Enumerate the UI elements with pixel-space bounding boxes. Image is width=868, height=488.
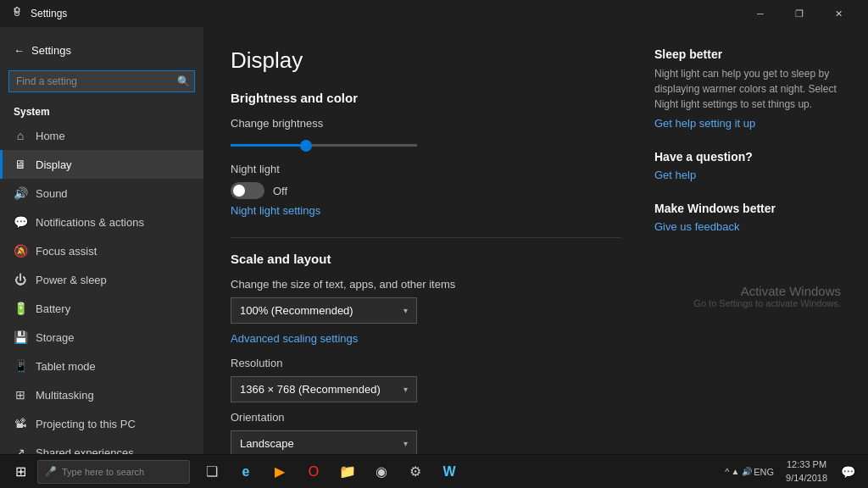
taskbar-search-label: Type here to search bbox=[62, 467, 144, 477]
sidebar-item-sound-label: Sound bbox=[36, 187, 68, 200]
sidebar-item-sound[interactable]: 🔊 Sound bbox=[0, 179, 203, 208]
sleep-title: Sleep better bbox=[654, 47, 841, 61]
vlc-icon: ▶ bbox=[275, 463, 285, 480]
settings-app-icon bbox=[10, 7, 24, 20]
sidebar-item-power-label: Power & sleep bbox=[36, 274, 107, 286]
sidebar-item-focus-label: Focus assist bbox=[36, 245, 97, 258]
app-title: Settings bbox=[31, 8, 741, 19]
sound-icon: 🔊 bbox=[14, 186, 27, 200]
search-box: 🔍 bbox=[8, 70, 195, 92]
feedback-info-block: Make Windows better Give us feedback bbox=[654, 202, 841, 233]
sidebar-item-multitasking[interactable]: ⊞ Multitasking bbox=[0, 380, 203, 409]
minimize-button[interactable]: ─ bbox=[741, 0, 780, 27]
sidebar-item-storage[interactable]: 💾 Storage bbox=[0, 323, 203, 352]
sidebar-item-display-label: Display bbox=[36, 158, 72, 171]
sleep-info-block: Sleep better Night light can help you ge… bbox=[654, 47, 841, 130]
home-icon: ⌂ bbox=[14, 129, 27, 142]
activate-windows-watermark: Activate Windows Go to Settings to activ… bbox=[654, 284, 841, 308]
chrome-button[interactable]: ◉ bbox=[366, 455, 397, 489]
give-feedback-link[interactable]: Give us feedback bbox=[654, 220, 739, 233]
battery-icon: 🔋 bbox=[14, 302, 27, 315]
files-icon: 📁 bbox=[339, 463, 356, 480]
sidebar-item-focus[interactable]: 🔕 Focus assist bbox=[0, 236, 203, 265]
sidebar-item-projecting[interactable]: 📽 Projecting to this PC bbox=[0, 409, 203, 438]
start-button[interactable]: ⊞ bbox=[3, 455, 37, 489]
brightness-slider[interactable] bbox=[231, 144, 417, 147]
task-view-button[interactable]: ❑ bbox=[197, 455, 227, 489]
sidebar-item-power[interactable]: ⏻ Power & sleep bbox=[0, 265, 203, 294]
sidebar-item-storage-label: Storage bbox=[36, 331, 75, 344]
brightness-section-title: Brightness and color bbox=[231, 91, 620, 105]
multitasking-icon: ⊞ bbox=[14, 388, 27, 402]
brightness-slider-container bbox=[231, 136, 620, 149]
night-light-toggle-row: Off bbox=[231, 182, 620, 199]
brightness-label: Change brightness bbox=[231, 117, 620, 130]
taskbar-mic-icon: 🎤 bbox=[45, 466, 57, 477]
content-area: Display Brightness and color Change brig… bbox=[203, 27, 868, 454]
sidebar-item-multitasking-label: Multitasking bbox=[36, 389, 94, 402]
opera-icon: O bbox=[309, 464, 319, 480]
sidebar-item-notifications-label: Notifications & actions bbox=[36, 216, 144, 229]
edge-button[interactable]: e bbox=[231, 455, 261, 489]
files-button[interactable]: 📁 bbox=[332, 455, 363, 489]
clock-date: 9/14/2018 bbox=[786, 472, 827, 485]
restore-button[interactable]: ❐ bbox=[780, 0, 819, 27]
sidebar-item-home[interactable]: ⌂ Home bbox=[0, 121, 203, 150]
night-light-toggle[interactable] bbox=[231, 182, 264, 199]
night-light-settings-link[interactable]: Night light settings bbox=[231, 204, 320, 217]
orientation-label: Orientation bbox=[231, 411, 620, 424]
sleep-text: Night light can help you get to sleep by… bbox=[654, 66, 841, 112]
orientation-dropdown[interactable]: Landscape ▾ Landscape Portrait Landscape… bbox=[231, 430, 417, 454]
settings-taskbar-icon: ⚙ bbox=[409, 463, 421, 480]
sidebar-item-battery-label: Battery bbox=[36, 302, 70, 315]
resolution-dropdown[interactable]: 1366 × 768 (Recommended) ▾ 1366 × 768 (R… bbox=[231, 376, 417, 402]
sidebar-item-shared[interactable]: ↗ Shared experiences bbox=[0, 438, 203, 454]
scale-label: Change the size of text, apps, and other… bbox=[231, 278, 620, 291]
chrome-icon: ◉ bbox=[376, 463, 387, 480]
tray-icons: ▲ 🔊 bbox=[732, 467, 753, 476]
word-button[interactable]: W bbox=[434, 455, 465, 489]
task-view-icon: ❑ bbox=[206, 463, 218, 480]
sidebar-item-projecting-label: Projecting to this PC bbox=[36, 418, 136, 430]
tablet-icon: 📱 bbox=[14, 359, 27, 373]
sidebar-item-tablet-label: Tablet mode bbox=[36, 360, 96, 373]
notifications-icon: 💬 bbox=[14, 215, 27, 229]
focus-icon: 🔕 bbox=[14, 244, 27, 258]
taskbar-search[interactable]: 🎤 Type here to search bbox=[37, 460, 190, 484]
search-icon: 🔍 bbox=[177, 75, 190, 87]
notification-center-button[interactable]: 💬 bbox=[834, 455, 861, 489]
advanced-scaling-link[interactable]: Advanced scaling settings bbox=[231, 332, 620, 345]
search-input[interactable] bbox=[8, 70, 195, 92]
feedback-title: Make Windows better bbox=[654, 202, 841, 215]
window-controls: ─ ❐ ✕ bbox=[741, 0, 858, 27]
get-help-link[interactable]: Get help bbox=[654, 169, 696, 181]
scale-section: Scale and layout Change the size of text… bbox=[231, 252, 620, 454]
get-help-setting-link[interactable]: Get help setting it up bbox=[654, 117, 755, 130]
system-tray[interactable]: ^ ▲ 🔊 ENG bbox=[720, 467, 779, 477]
projecting-icon: 📽 bbox=[14, 417, 27, 430]
storage-icon: 💾 bbox=[14, 330, 27, 344]
question-title: Have a question? bbox=[654, 150, 841, 164]
back-label: Settings bbox=[31, 44, 71, 57]
language-icon: ENG bbox=[754, 467, 774, 477]
page-title: Display bbox=[231, 47, 620, 74]
scale-section-title: Scale and layout bbox=[231, 252, 620, 266]
sidebar-item-tablet[interactable]: 📱 Tablet mode bbox=[0, 352, 203, 380]
content-side: Sleep better Night light can help you ge… bbox=[654, 47, 841, 434]
back-button[interactable]: ← Settings bbox=[14, 41, 190, 60]
sidebar-item-notifications[interactable]: 💬 Notifications & actions bbox=[0, 208, 203, 236]
clock[interactable]: 12:33 PM 9/14/2018 bbox=[782, 458, 831, 485]
scale-dropdown[interactable]: 100% (Recommended) ▾ 100% (Recommended) … bbox=[231, 297, 417, 324]
power-icon: ⏻ bbox=[14, 273, 27, 286]
vlc-button[interactable]: ▶ bbox=[264, 455, 295, 489]
sidebar-item-battery[interactable]: 🔋 Battery bbox=[0, 294, 203, 323]
sidebar-item-shared-label: Shared experiences bbox=[36, 446, 134, 455]
sidebar-item-display[interactable]: 🖥 Display bbox=[0, 150, 203, 179]
brightness-section: Brightness and color Change brightness N… bbox=[231, 91, 620, 217]
edge-icon: e bbox=[242, 464, 250, 480]
night-light-state: Off bbox=[273, 185, 287, 197]
settings-taskbar-button[interactable]: ⚙ bbox=[400, 455, 431, 489]
close-button[interactable]: ✕ bbox=[819, 0, 858, 27]
opera-button[interactable]: O bbox=[298, 455, 329, 489]
activate-title: Activate Windows bbox=[654, 284, 841, 298]
